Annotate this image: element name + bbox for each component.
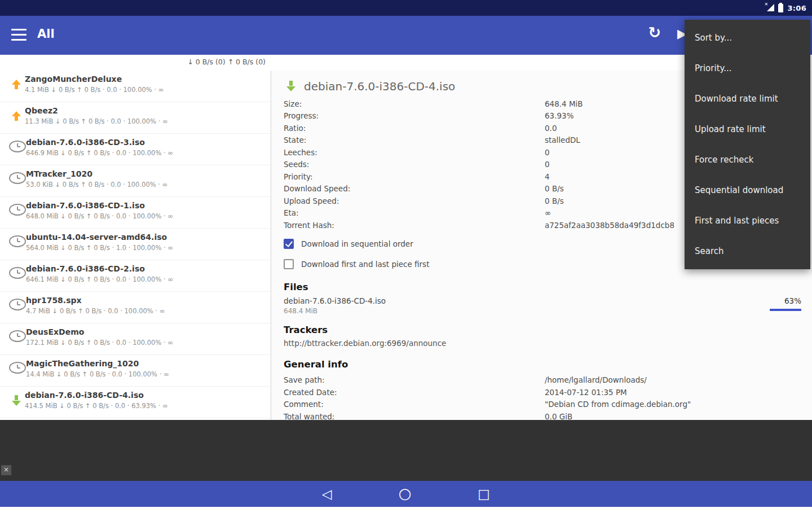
hamburger-menu-icon[interactable] xyxy=(11,29,27,41)
info-value: 2014-07-12 01:35 PM xyxy=(545,388,627,397)
menu-item-download-rate-limit[interactable]: Download rate limit xyxy=(685,84,810,114)
trackers-section-header: Trackers xyxy=(284,325,801,337)
torrent-row[interactable]: DeusExDemo 172.1 MiB ↓ 0 B/s ↑ 0 B/s · 0… xyxy=(0,323,271,355)
info-value: 0 B/s xyxy=(545,196,564,205)
torrent-row[interactable]: debian-7.6.0-i386-CD-4.iso 414.5 MiB ↓ 0… xyxy=(0,387,271,418)
info-value: a725af2aa3038b58da49f3d1dcb8 xyxy=(545,221,674,230)
torrent-row[interactable]: debian-7.6.0-i386-CD-2.iso 646.1 MiB ↓ 0… xyxy=(0,260,271,292)
checkbox-icon[interactable] xyxy=(284,259,294,269)
info-value: 0 xyxy=(545,148,550,157)
torrent-row[interactable]: MagicTheGathering_1020 14.4 MiB ↓ 0 B/s … xyxy=(0,355,271,387)
info-label: Priority: xyxy=(284,172,545,181)
info-label: State: xyxy=(284,135,545,144)
tracker-url[interactable]: http://bttracker.debian.org:6969/announc… xyxy=(284,339,801,350)
info-label: Torrent Hash: xyxy=(284,221,545,230)
menu-item-sequential-download[interactable]: Sequential download xyxy=(685,175,810,205)
overflow-menu: Sort by... Priority... Download rate lim… xyxy=(685,20,810,269)
info-label: Size: xyxy=(284,99,545,108)
torrent-stats: 4.1 MiB ↓ 0 B/s ↑ 0 B/s · 0.0 · 100.00% … xyxy=(25,86,164,94)
back-icon[interactable]: ◁ xyxy=(322,488,332,501)
torrent-row[interactable]: Qbeez2 11.3 MiB ↓ 0 B/s ↑ 0 B/s · 0.0 · … xyxy=(0,102,271,134)
torrent-stats: 646.9 MiB ↓ 0 B/s ↑ 0 B/s · 0.0 · 100.00… xyxy=(26,149,173,157)
info-value: stalledDL xyxy=(545,135,580,144)
info-label: Progress: xyxy=(284,111,545,120)
info-label: Download Speed: xyxy=(284,184,545,193)
torrent-list: ZangoMuncherDeluxe 4.1 MiB ↓ 0 B/s ↑ 0 B… xyxy=(0,71,271,432)
torrent-stats: 564.0 MiB ↓ 0 B/s ↑ 0 B/s · 1.0 · 100.00… xyxy=(26,244,173,252)
torrent-status-icon xyxy=(9,141,26,152)
info-value: 0.0 xyxy=(545,124,557,133)
navigation-bar: ◁ ○ □ xyxy=(0,481,812,507)
page-title: All xyxy=(37,27,55,41)
torrent-row[interactable]: MTracker_1020 53.0 KiB ↓ 0 B/s ↑ 0 B/s ·… xyxy=(0,165,271,197)
torrent-row[interactable]: ubuntu-14.04-server-amd64.iso 564.0 MiB … xyxy=(0,229,271,260)
info-value: 4 xyxy=(545,172,550,181)
info-value: 648.4 MiB xyxy=(545,99,583,108)
torrent-status-icon xyxy=(8,77,25,92)
file-size: 648.4 MiB xyxy=(284,307,801,315)
global-speed-bar: ↓ 0 B/s (0) ↑ 0 B/s (0) xyxy=(0,55,271,71)
info-label: Seeds: xyxy=(284,160,545,169)
info-label: Leeches: xyxy=(284,148,545,157)
torrent-status-icon xyxy=(9,204,26,216)
battery-icon xyxy=(778,4,783,12)
download-arrow-icon xyxy=(284,79,298,94)
general-info-table: Save path:/home/lgallard/Downloads/ Crea… xyxy=(284,374,801,423)
torrent-stats: 11.3 MiB ↓ 0 B/s ↑ 0 B/s · 0.0 · 100.00%… xyxy=(25,117,168,125)
torrent-name: Qbeez2 xyxy=(25,106,168,115)
torrent-status-icon xyxy=(9,299,26,310)
menu-item-force-recheck[interactable]: Force recheck xyxy=(685,144,810,175)
home-icon[interactable]: ○ xyxy=(399,486,412,501)
info-value: "Debian CD from cdimage.debian.org" xyxy=(545,400,691,409)
torrent-stats: 4.7 MiB ↓ 0 B/s ↑ 0 B/s · 0.0 · 100.00% … xyxy=(26,307,165,315)
info-label: Save path: xyxy=(284,375,545,384)
torrent-row[interactable]: debian-7.6.0-i386-CD-3.iso 646.9 MiB ↓ 0… xyxy=(0,134,271,165)
torrent-stats: 414.5 MiB ↓ 0 B/s ↑ 0 B/s · 0.0 · 63.93%… xyxy=(25,402,168,410)
info-label: Eta: xyxy=(284,208,545,217)
torrent-name: debian-7.6.0-i386-CD-3.iso xyxy=(26,138,173,147)
torrent-row[interactable]: debian-7.6.0-i386-CD-1.iso 648.0 MiB ↓ 0… xyxy=(0,197,271,229)
torrent-status-icon xyxy=(8,109,25,124)
torrent-status-icon xyxy=(9,362,26,374)
torrent-status-icon xyxy=(9,267,26,279)
torrent-status-icon xyxy=(9,330,26,342)
file-row[interactable]: debian-7.6.0-i386-CD-4.iso 648.4 MiB 63% xyxy=(284,296,801,317)
info-label: Ratio: xyxy=(284,124,545,133)
general-info-section-header: General info xyxy=(284,359,801,371)
network-signal-icon: ✕ xyxy=(765,4,774,12)
close-icon[interactable]: × xyxy=(1,465,11,475)
torrent-stats: 648.0 MiB ↓ 0 B/s ↑ 0 B/s · 0.0 · 100.00… xyxy=(26,212,173,220)
menu-item-upload-rate-limit[interactable]: Upload rate limit xyxy=(685,114,810,144)
checkbox-label: Download in sequential order xyxy=(301,239,413,248)
files-section-header: Files xyxy=(284,282,801,294)
torrent-name: MTracker_1020 xyxy=(26,169,167,178)
torrent-status-icon xyxy=(9,235,26,247)
torrent-stats: 172.1 MiB ↓ 0 B/s ↑ 0 B/s · 0.0 · 100.00… xyxy=(26,339,173,347)
refresh-icon[interactable]: ↻ xyxy=(648,24,661,41)
info-value: 0 xyxy=(545,160,550,169)
info-label: Comment: xyxy=(284,400,545,409)
status-time: 3:06 xyxy=(787,4,806,12)
info-label: Upload Speed: xyxy=(284,196,545,205)
torrent-name: hpr1758.spx xyxy=(26,296,165,305)
torrent-name: debian-7.6.0-i386-CD-2.iso xyxy=(26,264,173,273)
speed-text: ↓ 0 B/s (0) ↑ 0 B/s (0) xyxy=(187,58,266,66)
detail-title: debian-7.6.0-i386-CD-4.iso xyxy=(304,80,455,93)
ad-banner-area: × xyxy=(0,420,812,481)
menu-item-sort-by[interactable]: Sort by... xyxy=(685,23,810,53)
torrent-stats: 646.1 MiB ↓ 0 B/s ↑ 0 B/s · 0.0 · 100.00… xyxy=(26,275,173,283)
torrent-name: MagicTheGathering_1020 xyxy=(26,359,169,368)
info-value: ∞ xyxy=(545,208,551,217)
menu-item-priority[interactable]: Priority... xyxy=(685,53,810,84)
torrent-name: ubuntu-14.04-server-amd64.iso xyxy=(26,233,173,242)
menu-item-search[interactable]: Search xyxy=(685,236,810,266)
torrent-stats: 53.0 KiB ↓ 0 B/s ↑ 0 B/s · 0.0 · 100.00%… xyxy=(26,181,167,189)
checkbox-icon[interactable] xyxy=(284,239,294,249)
menu-item-first-and-last-pieces[interactable]: First and last pieces xyxy=(685,205,810,236)
torrent-row[interactable]: hpr1758.spx 4.7 MiB ↓ 0 B/s ↑ 0 B/s · 0.… xyxy=(0,292,271,323)
file-name: debian-7.6.0-i386-CD-4.iso xyxy=(284,296,801,305)
torrent-row[interactable]: ZangoMuncherDeluxe 4.1 MiB ↓ 0 B/s ↑ 0 B… xyxy=(0,71,271,102)
torrent-name: ZangoMuncherDeluxe xyxy=(25,75,164,84)
recents-icon[interactable]: □ xyxy=(478,488,490,501)
checkbox-label: Download first and last piece first xyxy=(301,260,429,269)
